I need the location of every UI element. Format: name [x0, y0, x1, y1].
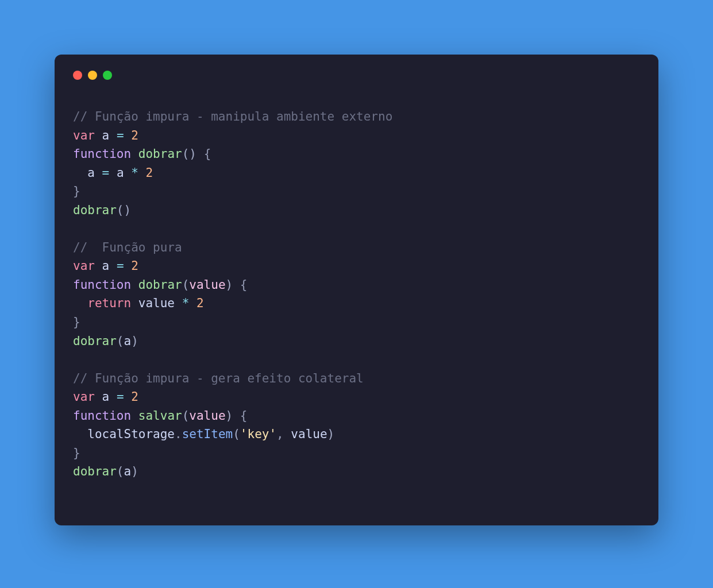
- code-token-punc: {: [204, 147, 211, 161]
- code-token-op: =: [102, 166, 110, 180]
- code-token-comment: // Função impura - gera efeito colateral: [73, 372, 364, 385]
- code-token-var: var: [73, 390, 95, 404]
- code-token-comment: // Função pura: [73, 241, 182, 254]
- code-token-ident: [124, 390, 132, 404]
- code-window: // Função impura - manipula ambiente ext…: [55, 55, 658, 525]
- traffic-lights: [73, 71, 640, 80]
- code-line: localStorage.setItem('key', value): [73, 425, 640, 444]
- code-token-punc: }: [73, 446, 80, 460]
- code-token-ident: [189, 296, 196, 310]
- code-token-number: 2: [145, 166, 153, 180]
- code-line: return value * 2: [73, 294, 640, 313]
- code-token-func: dobrar: [73, 203, 117, 217]
- code-line: a = a * 2: [73, 164, 640, 183]
- code-token-op: =: [117, 259, 124, 273]
- code-line: [73, 350, 640, 369]
- code-token-ident: a: [124, 465, 132, 478]
- close-icon[interactable]: [73, 71, 82, 80]
- code-token-paren: ): [131, 465, 138, 478]
- minimize-icon[interactable]: [88, 71, 97, 80]
- code-line: }: [73, 313, 640, 332]
- code-token-ident: a: [124, 334, 132, 348]
- maximize-icon[interactable]: [103, 71, 112, 80]
- code-line: // Função impura - gera efeito colateral: [73, 369, 640, 388]
- code-token-paren: (: [182, 278, 190, 292]
- code-token-func: salvar: [138, 409, 182, 423]
- code-line: function dobrar(value) {: [73, 276, 640, 295]
- code-token-keyword: function: [73, 409, 131, 423]
- code-token-func: dobrar: [138, 147, 182, 161]
- code-token-keyword: function: [73, 278, 131, 292]
- code-line: function dobrar() {: [73, 145, 640, 164]
- code-token-ident: value: [284, 427, 327, 441]
- code-token-paren: ): [327, 427, 335, 441]
- code-line: dobrar(a): [73, 332, 640, 351]
- code-token-ident: [131, 409, 138, 423]
- code-line: [73, 219, 640, 238]
- code-token-op: *: [131, 166, 138, 180]
- code-token-ident: [73, 296, 87, 310]
- code-token-func: dobrar: [138, 278, 182, 292]
- code-line: }: [73, 182, 640, 201]
- code-token-ident: a: [95, 259, 117, 273]
- code-token-number: 2: [196, 296, 204, 310]
- code-token-ident: [131, 278, 138, 292]
- code-token-punc: }: [73, 315, 80, 329]
- code-token-paren: (: [117, 334, 124, 348]
- code-token-func: dobrar: [73, 334, 117, 348]
- code-token-number: 2: [131, 259, 138, 273]
- code-token-paren: (: [182, 409, 190, 423]
- code-token-op: =: [117, 129, 124, 142]
- code-token-paren: (: [233, 427, 240, 441]
- code-line: // Função pura: [73, 238, 640, 257]
- code-line: var a = 2: [73, 388, 640, 407]
- code-token-number: 2: [131, 390, 138, 404]
- code-line: }: [73, 444, 640, 463]
- code-line: dobrar(): [73, 201, 640, 220]
- code-token-paren: (): [182, 147, 196, 161]
- code-token-ident: [233, 409, 240, 423]
- code-token-var: return: [87, 296, 131, 310]
- code-token-number: 2: [131, 129, 138, 142]
- code-token-param: value: [189, 278, 225, 292]
- code-token-op: =: [117, 390, 124, 404]
- code-token-punc: {: [240, 409, 248, 423]
- code-line: dobrar(a): [73, 462, 640, 481]
- code-token-ident: localStorage: [73, 427, 175, 441]
- code-token-ident: [138, 166, 146, 180]
- code-token-ident: [124, 129, 132, 142]
- code-token-var: var: [73, 259, 95, 273]
- code-token-ident: a: [95, 129, 117, 142]
- code-token-ident: [131, 147, 138, 161]
- code-token-param: value: [189, 409, 225, 423]
- code-line: var a = 2: [73, 257, 640, 276]
- code-token-paren: (): [117, 203, 131, 217]
- code-line: var a = 2: [73, 126, 640, 145]
- code-token-ident: a: [95, 390, 117, 404]
- code-token-paren: ): [131, 334, 138, 348]
- code-token-comment: // Função impura - manipula ambiente ext…: [73, 110, 392, 123]
- code-token-ident: [124, 259, 132, 273]
- code-token-paren: ): [226, 409, 233, 423]
- code-token-ident: a: [109, 166, 131, 180]
- code-token-op: *: [182, 296, 190, 310]
- code-token-ident: a: [73, 166, 102, 180]
- code-token-method: setItem: [182, 427, 233, 441]
- code-line: function salvar(value) {: [73, 407, 640, 425]
- code-token-string: 'key': [240, 427, 276, 441]
- code-token-punc: {: [240, 278, 248, 292]
- code-token-paren: (: [117, 465, 124, 478]
- code-token-ident: [233, 278, 240, 292]
- code-token-paren: ): [226, 278, 233, 292]
- code-token-punc: .: [175, 427, 182, 441]
- code-token-ident: value: [131, 296, 182, 310]
- code-token-keyword: function: [73, 147, 131, 161]
- code-token-punc: }: [73, 184, 80, 198]
- code-token-ident: [196, 147, 204, 161]
- code-block[interactable]: // Função impura - manipula ambiente ext…: [73, 107, 640, 481]
- code-token-punc: ,: [276, 427, 284, 441]
- code-token-func: dobrar: [73, 465, 117, 478]
- code-token-var: var: [73, 129, 95, 142]
- code-line: // Função impura - manipula ambiente ext…: [73, 107, 640, 126]
